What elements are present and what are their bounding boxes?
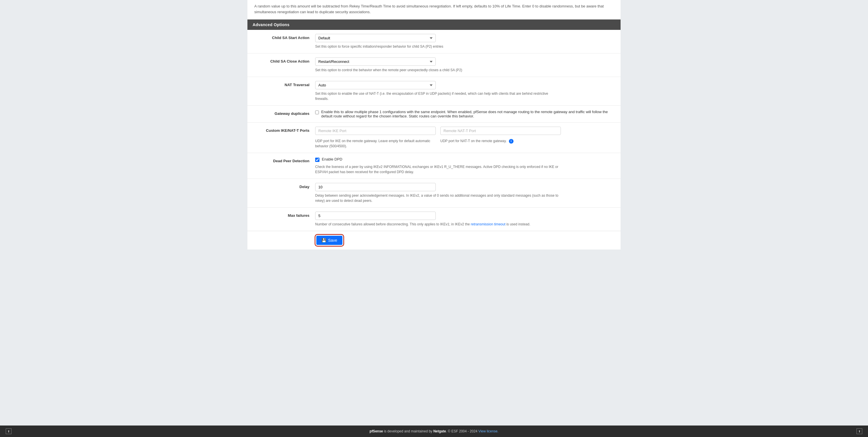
- delay-label: Delay: [252, 183, 315, 189]
- child-sa-close-label: Child SA Close Action: [252, 57, 315, 63]
- delay-input[interactable]: [315, 183, 436, 191]
- child-sa-close-select[interactable]: Restart/Reconnect None Start Trap: [315, 57, 436, 66]
- dead-peer-checkbox-label: Enable DPD: [322, 157, 342, 161]
- custom-ike-nat-row: Custom IKE/NAT-T Ports UDP port for IKE …: [247, 123, 621, 153]
- custom-ike-nat-label: Custom IKE/NAT-T Ports: [252, 127, 315, 133]
- nat-traversal-help: Set this option to enable the use of NAT…: [315, 91, 562, 101]
- advanced-options-header: Advanced Options: [247, 20, 621, 30]
- child-sa-close-control: Restart/Reconnect None Start Trap Set th…: [315, 57, 616, 73]
- remote-nat-port-input[interactable]: [440, 127, 561, 135]
- child-sa-start-row: Child SA Start Action Default None Start…: [247, 30, 621, 54]
- child-sa-start-select[interactable]: Default None Start Trap: [315, 34, 436, 42]
- delay-help: Delay between sending peer acknowledgeme…: [315, 193, 562, 203]
- dead-peer-detection-row: Dead Peer Detection Enable DPD Check the…: [247, 153, 621, 179]
- max-failures-input[interactable]: [315, 212, 436, 220]
- child-sa-close-row: Child SA Close Action Restart/Reconnect …: [247, 54, 621, 77]
- footer-center: pfSense is developed and maintained by N…: [11, 429, 857, 433]
- remote-ike-port-input[interactable]: [315, 127, 436, 135]
- footer-right-icon[interactable]: ⬆: [857, 428, 862, 434]
- gateway-duplicates-checkbox-row: Enable this to allow multiple phase 1 co…: [315, 110, 616, 118]
- save-button[interactable]: 💾 Save: [316, 236, 342, 245]
- gateway-duplicates-label: Gateway duplicates: [252, 110, 315, 116]
- max-failures-label: Max failures: [252, 212, 315, 218]
- custom-ike-nat-control: UDP port for IKE on the remote gateway. …: [315, 127, 616, 149]
- nat-traversal-select[interactable]: Auto Force Disable: [315, 81, 436, 89]
- gateway-duplicates-control: Enable this to allow multiple phase 1 co…: [315, 110, 616, 118]
- footer-text: pfSense is developed and maintained by N…: [370, 429, 499, 433]
- save-icon: 💾: [321, 238, 327, 243]
- footer: ⬆ pfSense is developed and maintained by…: [0, 426, 868, 437]
- save-area: 💾 Save: [247, 231, 621, 250]
- child-sa-start-label: Child SA Start Action: [252, 34, 315, 40]
- child-sa-close-help: Set this option to control the behavior …: [315, 67, 562, 73]
- child-sa-start-help: Set this option to force specific initia…: [315, 44, 562, 49]
- nat-traversal-control: Auto Force Disable Set this option to en…: [315, 81, 616, 101]
- max-failures-row: Max failures Number of consecutive failu…: [247, 208, 621, 231]
- max-failures-control: Number of consecutive failures allowed b…: [315, 212, 616, 227]
- delay-control: Delay between sending peer acknowledgeme…: [315, 183, 616, 203]
- nat-traversal-row: NAT Traversal Auto Force Disable Set thi…: [247, 77, 621, 106]
- dual-inputs-container: [315, 127, 616, 135]
- nat-traversal-label: NAT Traversal: [252, 81, 315, 87]
- dead-peer-checkbox[interactable]: [315, 158, 319, 162]
- ike-port-help: UDP port for IKE on the remote gateway. …: [315, 138, 436, 149]
- top-info-text: A random value up to this amount will be…: [247, 0, 621, 20]
- child-sa-start-control: Default None Start Trap Set this option …: [315, 34, 616, 49]
- dual-help-container: UDP port for IKE on the remote gateway. …: [315, 137, 616, 149]
- nat-port-info-icon[interactable]: i: [509, 139, 514, 144]
- dead-peer-detection-control: Enable DPD Check the liveness of a peer …: [315, 157, 616, 175]
- dead-peer-help: Check the liveness of a peer by using IK…: [315, 164, 562, 175]
- dead-peer-detection-label: Dead Peer Detection: [252, 157, 315, 163]
- nat-port-help: UDP port for NAT-T on the remote gateway…: [440, 138, 561, 149]
- view-license-link[interactable]: View license.: [478, 429, 499, 433]
- gateway-duplicates-row: Gateway duplicates Enable this to allow …: [247, 106, 621, 123]
- footer-left-icon[interactable]: ⬆: [6, 428, 11, 434]
- max-failures-help: Number of consecutive failures allowed b…: [315, 222, 562, 227]
- retransmission-timeout-link[interactable]: retransmission timeout: [471, 222, 505, 226]
- gateway-duplicates-checkbox-label: Enable this to allow multiple phase 1 co…: [321, 110, 616, 118]
- delay-row: Delay Delay between sending peer acknowl…: [247, 179, 621, 208]
- gateway-duplicates-checkbox[interactable]: [315, 110, 319, 115]
- dead-peer-checkbox-row: Enable DPD: [315, 157, 616, 162]
- advanced-options-form: Child SA Start Action Default None Start…: [247, 30, 621, 231]
